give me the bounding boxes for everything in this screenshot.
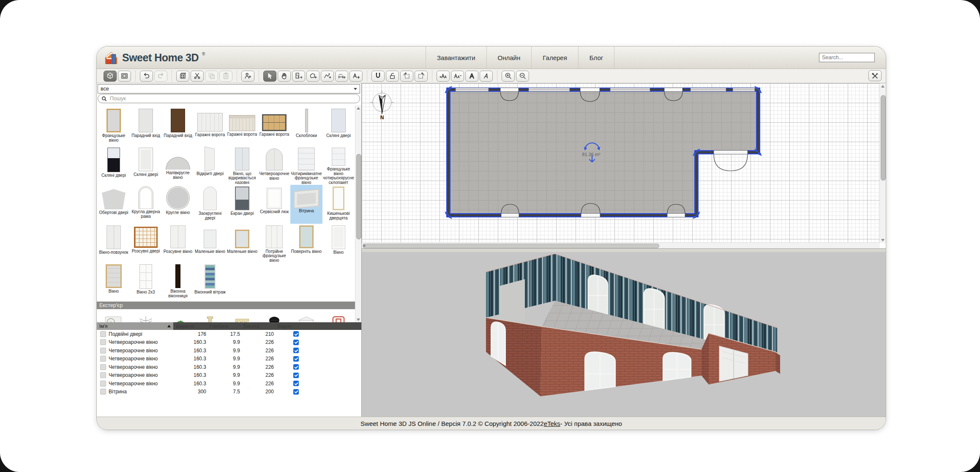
nav-blog[interactable]: Блог — [578, 47, 614, 69]
visible-checkbox[interactable] — [293, 356, 299, 362]
catalog-item[interactable]: Гаражні ворота — [226, 107, 258, 146]
catalog-item[interactable]: Парадний вхід — [162, 107, 194, 146]
table-row[interactable]: Четвероарочне вікно 160.3 9.9 226 — [97, 346, 361, 355]
view-3d-canvas[interactable] — [362, 252, 886, 417]
magnetism-button[interactable] — [371, 71, 385, 82]
paste-button[interactable] — [219, 71, 232, 82]
lock-base-plan-button[interactable] — [386, 71, 399, 82]
select-tool-button[interactable] — [263, 71, 276, 82]
catalog-item[interactable]: Склоблоки — [290, 107, 322, 146]
catalog-item[interactable]: Віконна віконниця — [162, 263, 194, 302]
zoom-out-button[interactable] — [516, 71, 529, 82]
catalog-item[interactable]: Французьке вікно — [98, 107, 130, 146]
catalog-scrollbar[interactable] — [355, 105, 361, 322]
visible-checkbox[interactable] — [293, 348, 299, 353]
catalog-item[interactable]: Кругле вікно — [162, 185, 194, 224]
plan-horizontal-scrollbar[interactable] — [362, 242, 880, 248]
catalog-item[interactable]: Гаражні ворота — [258, 107, 290, 146]
scroll-right-button[interactable] — [362, 243, 368, 248]
catalog-item[interactable]: Вікно 2x3 — [130, 263, 162, 302]
catalog-item[interactable]: Вікно, що відкривається назовні — [226, 146, 258, 185]
catalog-item[interactable]: Напівкругле вікно — [162, 146, 194, 185]
column-visible[interactable]: Видно — [275, 322, 308, 330]
italic-button[interactable] — [480, 71, 493, 82]
visible-checkbox[interactable] — [293, 389, 299, 395]
table-row[interactable]: Подвійні двері 176 17.5 210 — [97, 330, 361, 338]
copy-button[interactable] — [205, 71, 218, 82]
catalog-item[interactable]: Французьке вікно чотирьохярусне склопаке… — [322, 146, 355, 185]
create-polylines-button[interactable] — [321, 71, 334, 82]
catalog-item[interactable] — [290, 312, 322, 322]
nav-online[interactable]: Онлайн — [486, 47, 532, 69]
table-row[interactable]: Четвероарочне вікно 160.3 9.9 226 — [97, 371, 361, 380]
catalog-item[interactable]: Вітрина — [290, 185, 322, 224]
catalog-item[interactable]: Вікно-повзунок — [98, 224, 130, 263]
scroll-up-button[interactable] — [880, 83, 886, 89]
catalog-item[interactable]: Кишенькові дверцята — [322, 185, 355, 224]
table-row[interactable]: Четвероарочне вікно 160.3 9.9 226 — [97, 363, 361, 371]
bold-button[interactable] — [465, 71, 478, 82]
cube-view-button[interactable] — [104, 71, 117, 82]
zoom-in-button[interactable] — [502, 71, 515, 82]
catalog-item[interactable]: Скляні двері — [130, 146, 162, 185]
catalog-item[interactable]: Вікно — [322, 224, 355, 263]
redo-button[interactable] — [154, 71, 167, 82]
catalog-item[interactable]: Парадний вхід — [130, 107, 162, 146]
catalog-item[interactable]: Віконний вітраж — [194, 263, 226, 302]
catalog-item[interactable]: Маленьке вікно — [194, 224, 226, 263]
font-decrease-button[interactable] — [451, 71, 464, 82]
catalog-item[interactable]: Вікно — [98, 263, 130, 302]
create-doors-button[interactable] — [292, 71, 305, 82]
table-row[interactable]: Четвероарочне вікно 160.3 9.9 226 — [97, 338, 361, 347]
nav-gallery[interactable]: Галерея — [531, 47, 578, 69]
catalog-item[interactable] — [98, 312, 130, 322]
catalog-item[interactable] — [226, 312, 258, 322]
visible-checkbox[interactable] — [293, 381, 299, 386]
visible-checkbox[interactable] — [293, 340, 299, 345]
catalog-item[interactable]: Кругла дверна рама — [130, 185, 162, 224]
rotate-cw-button[interactable] — [415, 71, 428, 82]
visible-checkbox[interactable] — [293, 364, 299, 370]
catalog-item[interactable] — [194, 312, 226, 322]
table-row[interactable]: Четвероарочне вікно 160.3 9.9 226 — [97, 355, 361, 363]
undo-button[interactable] — [140, 71, 153, 82]
scroll-up-button[interactable] — [355, 105, 361, 111]
catalog-item[interactable]: Екран двері — [226, 185, 258, 224]
column-width[interactable]: Ширина — [173, 322, 207, 330]
visible-checkbox[interactable] — [293, 373, 299, 378]
column-depth[interactable]: Глибина — [207, 322, 241, 330]
scroll-down-button[interactable] — [355, 317, 361, 322]
preferences-button[interactable] — [868, 70, 882, 81]
catalog-item[interactable]: Скляні двері — [322, 107, 355, 146]
frame-view-button[interactable] — [118, 71, 131, 82]
catalog-item[interactable]: Четвероарочне вікно — [258, 146, 290, 185]
catalog-item[interactable] — [258, 312, 290, 322]
catalog-item[interactable]: Сервісний люк — [258, 185, 290, 224]
catalog-item[interactable]: Відкриті двері — [194, 146, 226, 185]
site-search-input[interactable] — [819, 53, 875, 62]
column-name[interactable]: Ім'я — [97, 322, 173, 330]
font-increase-button[interactable] — [437, 71, 450, 82]
visible-checkbox[interactable] — [293, 331, 299, 337]
dice-button[interactable] — [176, 71, 189, 82]
pan-tool-button[interactable] — [278, 71, 291, 82]
table-row[interactable]: Вітрина 300 7.5 200 — [97, 388, 361, 396]
eteks-link[interactable]: eTeks — [544, 420, 560, 427]
add-visitor-button[interactable] — [241, 71, 254, 82]
cut-button[interactable] — [191, 71, 204, 82]
catalog-item[interactable] — [322, 312, 355, 322]
add-texts-button[interactable] — [349, 71, 363, 82]
catalog-item[interactable]: Маленьке вікно — [226, 224, 258, 263]
catalog-item[interactable]: Заокруглені двері — [194, 185, 226, 224]
column-height[interactable]: Висота — [241, 322, 275, 330]
plan-hscroll-thumb[interactable] — [363, 244, 659, 248]
catalog-scrollbar-thumb[interactable] — [356, 154, 361, 239]
catalog-item[interactable]: Потрійне французьке вікно — [258, 224, 290, 263]
catalog-item[interactable]: Поверніть вікно — [290, 224, 322, 263]
catalog-section-header[interactable]: Екстер'єр — [97, 302, 361, 309]
catalog-search-input[interactable] — [109, 95, 356, 102]
create-rooms-button[interactable] — [306, 71, 319, 82]
create-dimensions-button[interactable] — [335, 71, 348, 82]
plan-canvas[interactable]: N — [362, 83, 880, 243]
catalog-item[interactable]: Скляні двері — [98, 146, 130, 185]
